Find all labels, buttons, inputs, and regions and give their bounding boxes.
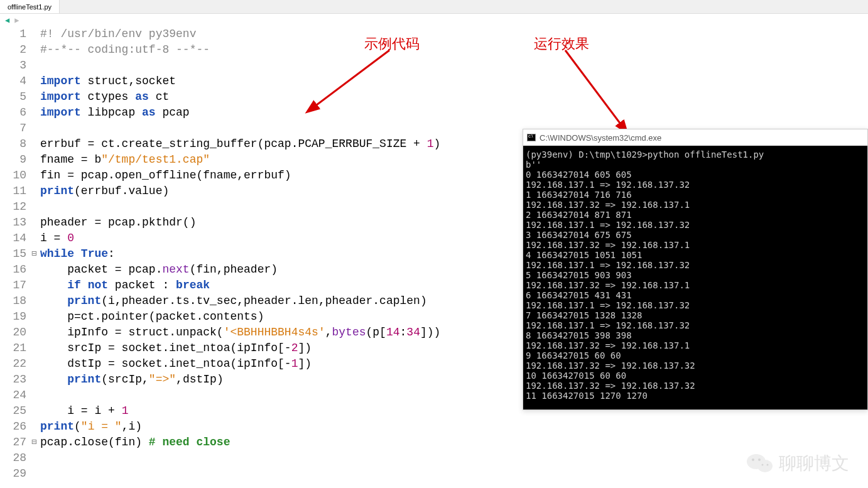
file-tab[interactable]: offlineTest1.py <box>0 0 60 13</box>
line-number: 5 <box>0 89 26 105</box>
code-line[interactable]: print(srcIp,"=>",dstIp) <box>40 372 440 388</box>
tab-bar: offlineTest1.py <box>0 0 868 14</box>
code-line[interactable]: pcap.close(fin) # need close <box>40 435 440 450</box>
code-line[interactable]: if not packet : break <box>40 278 440 293</box>
code-line[interactable]: packet = pcap.next(fin,pheader) <box>40 262 440 278</box>
fold-marker <box>31 58 40 73</box>
cmd-titlebar[interactable]: C:\WINDOWS\system32\cmd.exe <box>523 129 867 146</box>
code-line[interactable]: p=ct.pointer(packet.contents) <box>40 309 440 325</box>
code-line[interactable] <box>40 121 440 136</box>
watermark: 聊聊博文 <box>746 452 849 475</box>
code-area[interactable]: #! /usr/bin/env py39env#--*-- coding:utf… <box>40 26 440 482</box>
fold-marker <box>31 168 40 183</box>
code-line[interactable]: print(errbuf.value) <box>40 183 440 199</box>
code-line[interactable]: import struct,socket <box>40 73 440 89</box>
code-line[interactable]: import ctypes as ct <box>40 89 440 105</box>
fold-marker <box>31 152 40 168</box>
fold-marker[interactable]: ⊟ <box>31 435 40 450</box>
fold-marker <box>31 26 40 42</box>
line-number: 14 <box>0 230 26 246</box>
fold-marker <box>31 356 40 372</box>
nav-arrows: ◀ ▶ <box>0 14 868 26</box>
tab-label: offlineTest1.py <box>8 3 52 11</box>
line-number: 16 <box>0 262 26 278</box>
line-number: 17 <box>0 278 26 293</box>
nav-back-icon[interactable]: ◀ <box>5 16 9 25</box>
fold-marker <box>31 278 40 293</box>
fold-marker <box>31 293 40 309</box>
line-number: 8 <box>0 136 26 152</box>
code-line[interactable]: i = i + 1 <box>40 403 440 419</box>
fold-marker <box>31 340 40 356</box>
line-number: 13 <box>0 215 26 230</box>
svg-point-4 <box>752 458 754 461</box>
code-line[interactable]: fname = b"/tmp/test1.cap" <box>40 152 440 168</box>
code-line[interactable]: fin = pcap.open_offline(fname,errbuf) <box>40 168 440 183</box>
code-line[interactable] <box>40 466 440 482</box>
code-line[interactable] <box>40 58 440 73</box>
svg-point-6 <box>762 464 764 466</box>
line-number: 24 <box>0 388 26 403</box>
line-number: 1 <box>0 26 26 42</box>
line-number: 10 <box>0 168 26 183</box>
line-number: 25 <box>0 403 26 419</box>
code-line[interactable]: while True: <box>40 246 440 262</box>
line-number: 18 <box>0 293 26 309</box>
code-line[interactable]: print(i,pheader.ts.tv_sec,pheader.len,ph… <box>40 293 440 309</box>
line-number: 21 <box>0 340 26 356</box>
cmd-title-text: C:\WINDOWS\system32\cmd.exe <box>540 133 661 143</box>
line-number: 11 <box>0 183 26 199</box>
line-number: 27 <box>0 435 26 450</box>
code-line[interactable]: ipInfo = struct.unpack('<BBHHHBBH4s4s',b… <box>40 325 440 340</box>
annotation-right: 运行效果 <box>534 35 589 53</box>
fold-marker <box>31 325 40 340</box>
line-number-gutter: 1234567891011121314151617181920212223242… <box>0 26 31 482</box>
fold-marker <box>31 199 40 215</box>
line-number: 29 <box>0 466 26 482</box>
code-line[interactable]: i = 0 <box>40 230 440 246</box>
code-line[interactable] <box>40 450 440 466</box>
code-line[interactable]: import libpcap as pcap <box>40 105 440 121</box>
code-line[interactable] <box>40 199 440 215</box>
svg-point-7 <box>767 464 769 466</box>
code-line[interactable]: print("i = ",i) <box>40 419 440 435</box>
nav-forward-icon[interactable]: ▶ <box>14 16 19 25</box>
fold-marker <box>31 262 40 278</box>
line-number: 3 <box>0 58 26 73</box>
line-number: 7 <box>0 121 26 136</box>
fold-marker <box>31 42 40 58</box>
fold-marker <box>31 105 40 121</box>
fold-marker <box>31 183 40 199</box>
code-line[interactable]: dstIp = socket.inet_ntoa(ipInfo[-1]) <box>40 356 440 372</box>
code-line[interactable] <box>40 388 440 403</box>
line-number: 15 <box>0 246 26 262</box>
cmd-icon <box>527 134 536 141</box>
fold-marker <box>31 121 40 136</box>
fold-column: ⊟ ⊟ <box>31 26 40 482</box>
cmd-window: C:\WINDOWS\system32\cmd.exe (py39env) D:… <box>523 129 868 410</box>
fold-marker <box>31 73 40 89</box>
fold-marker <box>31 136 40 152</box>
fold-marker <box>31 388 40 403</box>
svg-point-3 <box>757 460 773 472</box>
code-line[interactable]: srcIp = socket.inet_ntoa(ipInfo[-2]) <box>40 340 440 356</box>
line-number: 28 <box>0 450 26 466</box>
code-line[interactable]: pheader = pcap.pkthdr() <box>40 215 440 230</box>
fold-marker <box>31 89 40 105</box>
fold-marker <box>31 372 40 388</box>
fold-marker <box>31 309 40 325</box>
fold-marker <box>31 403 40 419</box>
line-number: 23 <box>0 372 26 388</box>
fold-marker <box>31 466 40 482</box>
fold-marker <box>31 450 40 466</box>
cmd-output[interactable]: (py39env) D:\tmp\t1029>python offlineTes… <box>523 146 867 409</box>
line-number: 4 <box>0 73 26 89</box>
code-line[interactable]: errbuf = ct.create_string_buffer(pcap.PC… <box>40 136 440 152</box>
watermark-text: 聊聊博文 <box>779 452 849 475</box>
line-number: 26 <box>0 419 26 435</box>
line-number: 2 <box>0 42 26 58</box>
line-number: 22 <box>0 356 26 372</box>
fold-marker <box>31 419 40 435</box>
line-number: 9 <box>0 152 26 168</box>
fold-marker[interactable]: ⊟ <box>31 246 40 262</box>
